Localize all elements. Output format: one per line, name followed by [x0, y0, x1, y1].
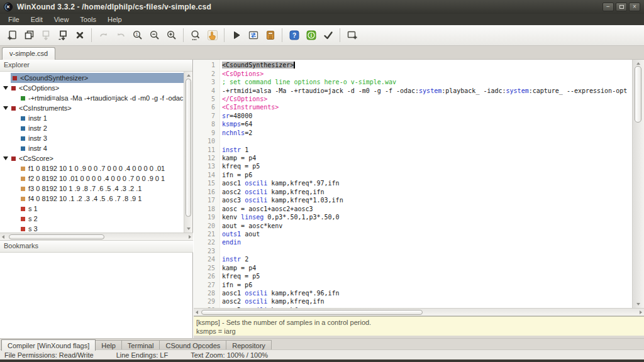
save-all-button[interactable]	[54, 27, 71, 44]
code-editor[interactable]: 1<CsoundSynthesizer>2<CsOptions>3; set c…	[194, 60, 632, 308]
explorer-horizontal-scrollbar[interactable]	[0, 233, 193, 241]
help-button[interactable]: ?	[286, 27, 303, 44]
about-info-icon: i	[306, 30, 317, 41]
code-line: 7sr=48000	[194, 112, 632, 120]
line-number: 21	[194, 231, 218, 238]
code-line: 16aosc2 oscili kamp,kfreq,ifn	[194, 188, 632, 196]
document-tab[interactable]: v-simple.csd	[2, 47, 55, 60]
code-line: 15aosc1 oscili kamp,kfreq*.97,ifn	[194, 179, 632, 187]
tree-item-f3-0-8192-10-1-9-8-7-6-5-4-3-2[interactable]: f3 0 8192 10 1 .9 .8 .7 .6 .5 .4 .3 .2 .…	[0, 184, 184, 194]
code-line: 6<CsInstruments>	[194, 103, 632, 111]
explorer-vertical-scrollbar[interactable]	[184, 72, 192, 233]
tree-item-f2-0-8192-10-01-0-0-0-0-4-0-0-[interactable]: f2 0 8192 10 .01 0 0 0 0 .4 0 0 0 .7 0 0…	[0, 173, 184, 184]
tree-item-csoptions[interactable]: <CsOptions>	[0, 83, 184, 93]
close-button[interactable]: ×	[629, 3, 640, 11]
tree-item-instr-3[interactable]: instr 3	[0, 133, 184, 143]
editor-horizontal-scrollbar[interactable]	[194, 308, 644, 316]
tree-item-f1-0-8192-10-1-0-9-0-0-7-0-0-0[interactable]: f1 0 8192 10 1 0 .9 0 0 .7 0 0 0 .4 0 0 …	[0, 163, 184, 173]
line-number: 13	[194, 163, 218, 170]
line-number: 12	[194, 155, 218, 162]
code-line: 17aosc3 oscili kamp,kfreq*1.03,ifn	[194, 196, 632, 204]
new-window-button[interactable]	[343, 27, 360, 44]
tree-item-csinstruments[interactable]: <CsInstruments>	[0, 103, 184, 113]
main-area: Explorer <CsoundSynthesizer><CsOptions>-…	[0, 60, 644, 338]
opcode-list-icon	[265, 30, 276, 41]
run-csound-button[interactable]	[228, 27, 245, 44]
scroll-down-icon[interactable]	[187, 228, 191, 230]
scroll-right-icon[interactable]	[640, 310, 642, 314]
tree-item-s-2[interactable]: s 2	[0, 214, 184, 224]
editor-vertical-scrollbar[interactable]	[632, 60, 644, 308]
zoom-in-button[interactable]	[163, 27, 180, 44]
code-line: 21outs1 aout	[194, 230, 632, 238]
scroll-up-icon[interactable]	[187, 74, 191, 77]
line-number: 1	[194, 62, 218, 69]
close-document-icon	[74, 30, 86, 41]
menu-file[interactable]: File	[3, 14, 25, 25]
editor-hscroll-thumb[interactable]	[201, 310, 423, 315]
save-file-button[interactable]	[37, 27, 54, 44]
explorer-tree[interactable]: <CsoundSynthesizer><CsOptions>-+rtmidi=a…	[0, 72, 184, 233]
node-square-icon	[21, 197, 25, 201]
line-number: 9	[194, 129, 218, 136]
tree-item-s-1[interactable]: s 1	[0, 204, 184, 214]
scroll-up-icon[interactable]	[636, 62, 640, 65]
line-number: 6	[194, 104, 218, 111]
menu-view[interactable]: View	[48, 14, 75, 25]
node-square-icon	[21, 187, 25, 191]
scroll-left-icon[interactable]	[2, 235, 4, 239]
line-number: 3	[194, 79, 218, 85]
expander-down-icon[interactable]	[3, 106, 8, 110]
zoom-out-icon	[149, 30, 160, 41]
line-number: 17	[194, 197, 218, 204]
undo-icon	[98, 30, 109, 41]
expander-down-icon[interactable]	[3, 86, 8, 90]
tree-item-rtmidi-alsa-ma-rtaudio-jack-d-[interactable]: -+rtmidi=alsa -Ma -+rtaudio=jack -d -m0 …	[0, 93, 184, 103]
line-number: 28	[194, 290, 218, 297]
editor-vscroll-thumb[interactable]	[635, 66, 641, 123]
run-external-button[interactable]	[245, 27, 262, 44]
code-line: 14ifn = p6	[194, 171, 632, 179]
zoom-out-button[interactable]	[146, 27, 163, 44]
minimize-button[interactable]: −	[602, 3, 614, 11]
zoom-reset-button[interactable]: 1	[129, 27, 146, 44]
tree-item-f4-0-8192-10-1-2-3-4-5-6-7-8-9[interactable]: f4 0 8192 10 .1 .2 .3 .4 .5 .6 .7 .8 .9 …	[0, 194, 184, 204]
code-line: 24instr 2	[194, 255, 632, 263]
new-file-button[interactable]	[3, 27, 20, 44]
tree-item-label: s 3	[28, 225, 38, 233]
tree-item-instr-2[interactable]: instr 2	[0, 123, 184, 133]
redo-button[interactable]	[112, 27, 129, 44]
restore-button[interactable]	[616, 3, 627, 11]
open-file-button[interactable]	[20, 27, 37, 44]
opcode-list-button[interactable]	[262, 27, 279, 44]
scroll-left-icon[interactable]	[196, 310, 198, 314]
menu-tools[interactable]: Tools	[74, 14, 102, 25]
undo-button[interactable]	[95, 27, 112, 44]
tree-item-instr-4[interactable]: instr 4	[0, 143, 184, 153]
scroll-down-icon[interactable]	[636, 303, 640, 305]
bookmarks-list[interactable]	[0, 253, 192, 338]
find-button[interactable]	[187, 27, 204, 44]
window-bottom-edge	[0, 359, 644, 362]
run-icon	[231, 30, 242, 41]
code-line: 4-+rtmidi=alsa -Ma -+rtaudio=jack -d -m0…	[194, 86, 632, 94]
expander-down-icon[interactable]	[3, 156, 8, 160]
tree-item-instr-1[interactable]: instr 1	[0, 113, 184, 123]
hint-line: ksmps = iarg	[196, 327, 644, 336]
menu-help[interactable]: Help	[102, 14, 128, 25]
syntax-check-button[interactable]	[319, 27, 336, 44]
tree-item-s-3[interactable]: s 3	[0, 224, 184, 233]
scroll-right-icon[interactable]	[189, 235, 191, 239]
explorer-hscroll-thumb[interactable]	[9, 234, 104, 239]
line-number: 2	[194, 70, 218, 77]
explorer-vscroll-thumb[interactable]	[186, 79, 191, 217]
goto-hand-icon	[207, 30, 218, 41]
about-button[interactable]: i	[303, 27, 319, 44]
tree-item-csoundsynthesizer[interactable]: <CsoundSynthesizer>	[0, 73, 184, 83]
close-document-button[interactable]	[71, 27, 88, 44]
goto-button[interactable]	[204, 27, 221, 44]
tree-item-label: f2 0 8192 10 .01 0 0 0 0 .4 0 0 0 .7 0 0…	[28, 175, 165, 182]
panel-tab-compiler-winxound-flags[interactable]: Compiler [WinXound flags]	[1, 339, 96, 351]
tree-item-csscore[interactable]: <CsScore>	[0, 153, 184, 163]
menu-edit[interactable]: Edit	[25, 14, 48, 25]
